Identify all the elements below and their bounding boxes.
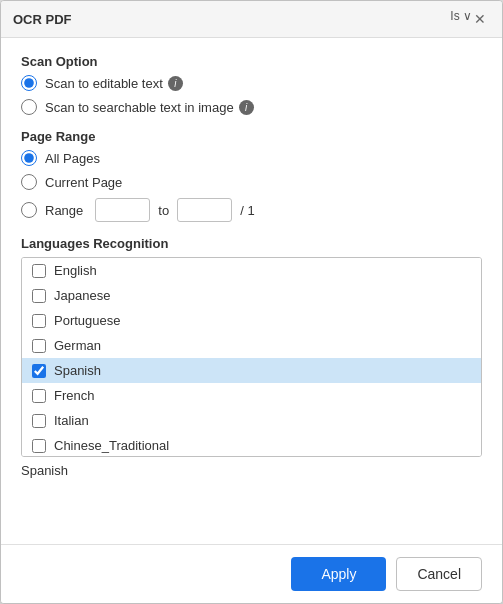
language-spanish[interactable]: Spanish	[22, 358, 481, 383]
scan-editable-info-icon[interactable]: i	[168, 76, 183, 91]
scan-editable-label: Scan to editable text i	[45, 76, 183, 91]
total-pages: / 1	[240, 203, 254, 218]
top-badge: Is ∨	[450, 9, 472, 23]
apply-button[interactable]: Apply	[291, 557, 386, 591]
language-chinese-traditional[interactable]: Chinese_Traditional	[22, 433, 481, 457]
language-french-label: French	[54, 388, 94, 403]
close-button[interactable]: ✕	[470, 9, 490, 29]
range-separator: to	[158, 203, 169, 218]
range-label: Range	[45, 203, 83, 218]
dialog-content: Scan Option Scan to editable text i Scan…	[1, 38, 502, 544]
language-italian-label: Italian	[54, 413, 89, 428]
language-french[interactable]: French	[22, 383, 481, 408]
language-german[interactable]: German	[22, 333, 481, 358]
language-spanish-checkbox[interactable]	[32, 364, 46, 378]
language-english-label: English	[54, 263, 97, 278]
language-chinese-traditional-label: Chinese_Traditional	[54, 438, 169, 453]
cancel-button[interactable]: Cancel	[396, 557, 482, 591]
scan-searchable-info-icon[interactable]: i	[239, 100, 254, 115]
language-japanese[interactable]: Japanese	[22, 283, 481, 308]
current-page-label: Current Page	[45, 175, 122, 190]
language-japanese-label: Japanese	[54, 288, 110, 303]
languages-title: Languages Recognition	[21, 236, 482, 251]
all-pages-radio[interactable]	[21, 150, 37, 166]
languages-list: English Japanese Portuguese German	[21, 257, 482, 457]
language-german-label: German	[54, 338, 101, 353]
page-range-section: Page Range All Pages Current Page Range	[21, 129, 482, 222]
language-german-checkbox[interactable]	[32, 339, 46, 353]
language-chinese-traditional-checkbox[interactable]	[32, 439, 46, 453]
language-portuguese-label: Portuguese	[54, 313, 121, 328]
scan-editable-option[interactable]: Scan to editable text i	[21, 75, 482, 91]
range-to-input[interactable]	[177, 198, 232, 222]
selected-language-display: Spanish	[21, 463, 482, 478]
scan-option-title: Scan Option	[21, 54, 482, 69]
dialog-title: OCR PDF	[13, 12, 72, 27]
language-italian[interactable]: Italian	[22, 408, 481, 433]
current-page-radio[interactable]	[21, 174, 37, 190]
all-pages-option[interactable]: All Pages	[21, 150, 482, 166]
scan-editable-radio[interactable]	[21, 75, 37, 91]
languages-section: Languages Recognition English Japanese P…	[21, 236, 482, 528]
current-page-option[interactable]: Current Page	[21, 174, 482, 190]
range-radio[interactable]	[21, 202, 37, 218]
scan-option-section: Scan Option Scan to editable text i Scan…	[21, 54, 482, 115]
language-french-checkbox[interactable]	[32, 389, 46, 403]
scan-searchable-label: Scan to searchable text in image i	[45, 100, 254, 115]
range-option[interactable]: Range	[21, 202, 83, 218]
dialog-footer: Apply Cancel	[1, 544, 502, 603]
language-japanese-checkbox[interactable]	[32, 289, 46, 303]
scan-option-group: Scan to editable text i Scan to searchab…	[21, 75, 482, 115]
language-portuguese[interactable]: Portuguese	[22, 308, 481, 333]
language-portuguese-checkbox[interactable]	[32, 314, 46, 328]
page-range-title: Page Range	[21, 129, 482, 144]
ocr-pdf-dialog: OCR PDF Is ∨ ✕ Scan Option Scan to edita…	[0, 0, 503, 604]
all-pages-label: All Pages	[45, 151, 100, 166]
range-from-input[interactable]	[95, 198, 150, 222]
scan-searchable-radio[interactable]	[21, 99, 37, 115]
page-range-group: All Pages Current Page Range to / 1	[21, 150, 482, 222]
language-english-checkbox[interactable]	[32, 264, 46, 278]
scan-searchable-option[interactable]: Scan to searchable text in image i	[21, 99, 482, 115]
title-bar: OCR PDF Is ∨ ✕	[1, 1, 502, 38]
language-italian-checkbox[interactable]	[32, 414, 46, 428]
language-english[interactable]: English	[22, 258, 481, 283]
language-spanish-label: Spanish	[54, 363, 101, 378]
range-row: Range to / 1	[21, 198, 482, 222]
